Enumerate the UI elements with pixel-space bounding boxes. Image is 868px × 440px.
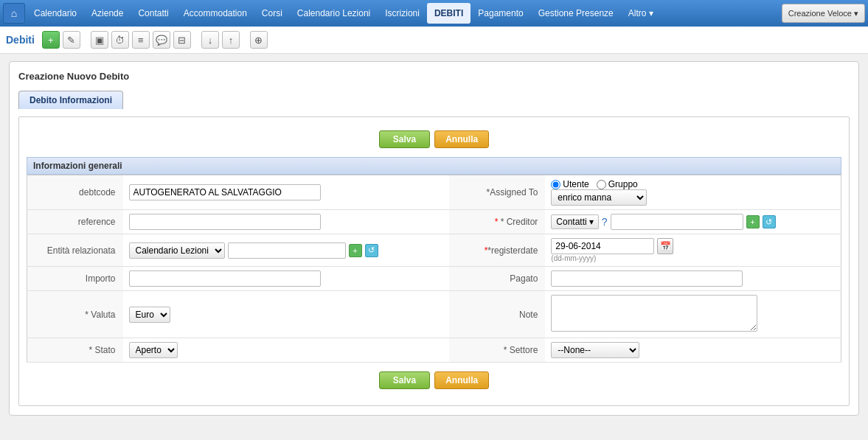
radio-utente-text: Utente bbox=[563, 179, 588, 189]
down-button[interactable]: ↓ bbox=[201, 31, 219, 49]
list-button[interactable]: ≡ bbox=[132, 31, 150, 49]
table-row: Entità relazionata Calendario Lezioni + … bbox=[27, 234, 841, 267]
table-row: * Valuta Euro Note bbox=[27, 291, 841, 338]
radio-gruppo-text: Gruppo bbox=[608, 179, 638, 189]
registerdate-label-text: *registerdate bbox=[487, 245, 538, 256]
nav-debiti[interactable]: DEBITI bbox=[427, 3, 471, 24]
pagato-value-cell bbox=[545, 267, 841, 291]
reference-label: reference bbox=[27, 210, 123, 234]
section-header: Informazioni generali bbox=[27, 157, 841, 175]
creditor-help-icon[interactable]: ? bbox=[602, 216, 608, 228]
nav-calendario-lezioni[interactable]: Calendario Lezioni bbox=[290, 3, 378, 24]
creditor-input[interactable] bbox=[611, 214, 743, 230]
registerdate-label: **registerdate bbox=[449, 234, 545, 267]
creditor-label: * * Creditor bbox=[449, 210, 545, 234]
radio-gruppo[interactable] bbox=[597, 180, 606, 189]
creditor-area: Contatti ▾ ? + ↺ bbox=[551, 214, 835, 230]
creditor-value-cell: Contatti ▾ ? + ↺ bbox=[545, 210, 841, 234]
utente-gruppo-radio-group: Utente Gruppo bbox=[551, 179, 835, 189]
view-button[interactable]: ▣ bbox=[91, 31, 108, 49]
radio-utente[interactable] bbox=[551, 180, 560, 189]
debtcode-label: debtcode bbox=[27, 175, 123, 210]
pagato-label: Pagato bbox=[449, 267, 545, 291]
nav-aziende[interactable]: Aziende bbox=[84, 3, 131, 24]
stato-select[interactable]: Aperto bbox=[129, 342, 178, 358]
top-annulla-button[interactable]: Annulla bbox=[434, 130, 489, 148]
settore-label: * Settore bbox=[449, 338, 545, 363]
add-button[interactable]: + bbox=[42, 31, 60, 49]
top-salva-button[interactable]: Salva bbox=[379, 130, 430, 148]
assigned-user-select[interactable]: enrico manna bbox=[551, 189, 647, 206]
entita-type-select[interactable]: Calendario Lezioni bbox=[129, 242, 225, 259]
edit-button[interactable]: ✎ bbox=[63, 31, 80, 49]
creditor-dropdown-icon: ▾ bbox=[589, 217, 594, 227]
assigned-to-label: *Assigned To bbox=[449, 175, 545, 210]
creditor-contatti-button[interactable]: Contatti ▾ bbox=[551, 214, 598, 229]
nav-gestione-presenze[interactable]: Gestione Presenze bbox=[531, 3, 621, 24]
table-row: debtcode *Assigned To Utente bbox=[27, 175, 841, 210]
stato-value-cell: Aperto bbox=[123, 338, 450, 363]
note-label: Note bbox=[449, 291, 545, 338]
debtcode-input[interactable] bbox=[129, 184, 321, 200]
pagato-input[interactable] bbox=[551, 270, 743, 287]
calendar-icon[interactable]: 📅 bbox=[657, 238, 673, 254]
importo-value-cell bbox=[123, 267, 450, 291]
bottom-btn-row: Salva Annulla bbox=[27, 371, 841, 389]
top-btn-row: Salva Annulla bbox=[27, 130, 841, 148]
registerdate-area: 📅 bbox=[551, 238, 835, 254]
creditor-label-text: * Creditor bbox=[501, 217, 538, 227]
creditor-btn-text: Contatti bbox=[556, 217, 586, 227]
bottom-annulla-button[interactable]: Annulla bbox=[434, 371, 489, 389]
entita-clear-icon[interactable]: ↺ bbox=[365, 244, 378, 257]
creditor-clear-icon[interactable]: ↺ bbox=[763, 215, 776, 228]
page-title: Debiti bbox=[6, 34, 35, 46]
note-value-cell bbox=[545, 291, 841, 338]
importo-input[interactable] bbox=[129, 270, 321, 287]
nav-altro[interactable]: Altro ▾ bbox=[621, 3, 661, 24]
nav-accommodation[interactable]: Accommodation bbox=[176, 3, 254, 24]
nav-pagamento[interactable]: Pagamento bbox=[471, 3, 530, 24]
table-row: reference * * Creditor Contatti ▾ bbox=[27, 210, 841, 234]
home-button[interactable]: ⌂ bbox=[3, 3, 25, 24]
nav-iscrizioni[interactable]: Iscrizioni bbox=[378, 3, 427, 24]
entita-input[interactable] bbox=[228, 242, 346, 259]
navbar: ⌂ Calendario Aziende Contatti Accommodat… bbox=[0, 0, 868, 27]
nav-calendario[interactable]: Calendario bbox=[27, 3, 84, 24]
tab-debito-informazioni[interactable]: Debito Informazioni bbox=[18, 91, 123, 109]
up-button[interactable]: ↑ bbox=[222, 31, 240, 49]
tab-container: Debito Informazioni bbox=[18, 91, 850, 109]
debtcode-value-cell bbox=[123, 175, 450, 210]
settore-select[interactable]: --None-- bbox=[551, 342, 639, 358]
nav-corsi[interactable]: Corsi bbox=[254, 3, 290, 24]
radio-utente-label[interactable]: Utente bbox=[551, 179, 588, 189]
valuta-label: * Valuta bbox=[27, 291, 123, 338]
stato-label: * Stato bbox=[27, 338, 123, 363]
entita-value-cell: Calendario Lezioni + ↺ bbox=[123, 234, 450, 267]
nav-contatti[interactable]: Contatti bbox=[131, 3, 176, 24]
entita-label: Entità relazionata bbox=[27, 234, 123, 267]
assigned-to-value-cell: Utente Gruppo enrico manna bbox=[545, 175, 841, 210]
settore-value-cell: --None-- bbox=[545, 338, 841, 363]
form-table: debtcode *Assigned To Utente bbox=[27, 175, 841, 363]
page-toolbar: Debiti + ✎ ▣ ⏱ ≡ 💬 ⊟ ↓ ↑ ⊕ bbox=[0, 27, 868, 54]
zoom-button[interactable]: ⊕ bbox=[250, 31, 268, 49]
creditor-add-icon[interactable]: + bbox=[746, 215, 760, 228]
comment-button[interactable]: 💬 bbox=[153, 31, 170, 49]
registerdate-value-cell: 📅 (dd-mm-yyyy) bbox=[545, 234, 841, 267]
note-textarea[interactable] bbox=[551, 295, 757, 332]
valuta-value-cell: Euro bbox=[123, 291, 450, 338]
main-content: Creazione Nuovo Debito Debito Informazio… bbox=[0, 54, 868, 423]
registerdate-input[interactable] bbox=[551, 238, 654, 254]
table-row: Importo Pagato bbox=[27, 267, 841, 291]
table-row: * Stato Aperto * Settore --None-- bbox=[27, 338, 841, 363]
creazione-veloce-button[interactable]: Creazione Veloce ▾ bbox=[782, 4, 865, 23]
bottom-salva-button[interactable]: Salva bbox=[379, 371, 430, 389]
history-button[interactable]: ⏱ bbox=[111, 31, 129, 49]
valuta-select[interactable]: Euro bbox=[129, 307, 170, 323]
reference-input[interactable] bbox=[129, 214, 321, 230]
delete-button[interactable]: ⊟ bbox=[173, 31, 191, 49]
radio-gruppo-label[interactable]: Gruppo bbox=[597, 179, 638, 189]
importo-label: Importo bbox=[27, 267, 123, 291]
entita-add-icon[interactable]: + bbox=[349, 244, 362, 257]
reference-value-cell bbox=[123, 210, 450, 234]
